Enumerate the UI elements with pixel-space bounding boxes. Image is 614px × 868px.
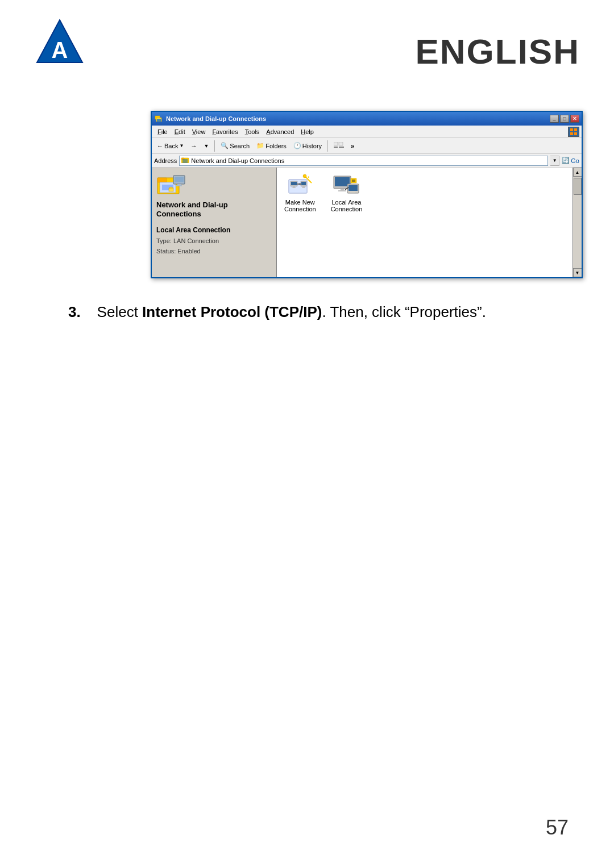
header-area: A ENGLISH — [0, 0, 614, 102]
go-label: Go — [571, 157, 579, 164]
back-label: Back — [164, 143, 178, 149]
menu-view[interactable]: View — [189, 128, 209, 136]
menu-tools[interactable]: Tools — [242, 128, 263, 136]
network-folder-icon — [156, 172, 186, 197]
address-input[interactable]: Network and Dial-up Connections — [179, 156, 548, 166]
panel-status: Status: Enabled — [156, 248, 272, 254]
svg-rect-6 — [574, 128, 577, 131]
logo: A — [34, 17, 85, 68]
toolbar-separator-1 — [214, 140, 215, 152]
toolbar-icon-right — [568, 127, 579, 137]
svg-rect-30 — [293, 186, 295, 187]
menu-edit[interactable]: Edit — [171, 128, 189, 136]
more-button[interactable]: » — [348, 141, 357, 151]
svg-rect-37 — [302, 187, 305, 188]
window-title: Network and Dial-up Connections — [166, 115, 266, 122]
svg-rect-7 — [570, 132, 573, 135]
brand-title: ENGLISH — [415, 31, 580, 72]
instruction-bold-text: Internet Protocol (TCP/IP) — [142, 303, 322, 320]
svg-rect-15 — [182, 159, 188, 163]
panel-title: Network and Dial-up Connections — [156, 201, 272, 218]
close-button[interactable]: ✕ — [570, 115, 579, 123]
toolbar-extra[interactable] — [331, 141, 347, 151]
go-button[interactable]: 🔄 Go — [562, 157, 579, 164]
minimize-button[interactable]: _ — [550, 115, 559, 123]
svg-rect-21 — [175, 177, 184, 182]
up-button[interactable]: ▼ — [201, 142, 211, 150]
toolbar-extra-icon — [334, 142, 344, 150]
menu-favorites[interactable]: Favorites — [209, 128, 241, 136]
toolbar: ← Back ▼ → ▼ 🔍 Search 📁 Folders 🕐 Histor… — [152, 138, 582, 154]
history-icon: 🕐 — [293, 142, 301, 149]
scroll-up-arrow[interactable]: ▲ — [573, 168, 582, 177]
panel-subtitle: Local Area Connection — [156, 226, 272, 234]
scroll-thumb[interactable] — [574, 178, 582, 195]
svg-rect-4 — [157, 119, 161, 122]
svg-rect-17 — [157, 178, 167, 182]
local-area-connection-icon[interactable]: Local AreaConnection — [328, 172, 366, 215]
vertical-scrollbar[interactable]: ▲ ▼ — [572, 168, 582, 277]
svg-rect-5 — [570, 128, 573, 131]
search-icon: 🔍 — [221, 142, 229, 149]
svg-rect-23 — [176, 185, 182, 186]
search-button[interactable]: 🔍 Search — [218, 141, 252, 151]
svg-rect-29 — [291, 182, 297, 185]
back-arrow-icon: ← — [157, 143, 163, 149]
title-left: Network and Dial-up Connections — [154, 114, 266, 123]
history-button[interactable]: 🕐 History — [291, 141, 325, 151]
title-buttons: _ □ ✕ — [550, 115, 579, 123]
svg-rect-50 — [351, 178, 356, 183]
back-dropdown-icon: ▼ — [179, 143, 184, 148]
folders-icon: 📁 — [256, 142, 264, 149]
panel-type: Type: LAN Connection — [156, 237, 272, 244]
svg-rect-48 — [350, 192, 355, 193]
instruction-area: 3. Select Internet Protocol (TCP/IP). Th… — [68, 301, 546, 323]
page-number: 57 — [546, 816, 569, 840]
right-panel: ✦ Make NewConnection — [277, 168, 582, 277]
window-icon — [154, 114, 163, 123]
toolbar-separator-2 — [327, 140, 328, 152]
svg-rect-35 — [301, 182, 306, 185]
svg-text:✦: ✦ — [307, 176, 310, 179]
forward-arrow-icon: → — [190, 143, 197, 149]
make-new-connection-icon[interactable]: ✦ Make NewConnection — [281, 172, 319, 215]
menubar: File Edit View Favorites Tools Advanced … — [152, 126, 582, 138]
network-connections-window: Network and Dial-up Connections _ □ ✕ Fi… — [151, 111, 583, 278]
svg-rect-10 — [339, 142, 343, 145]
address-dropdown-button[interactable]: ▼ — [550, 156, 559, 166]
folders-label: Folders — [265, 143, 287, 149]
svg-text:A: A — [52, 37, 68, 62]
local-area-connection-svg — [333, 174, 360, 197]
svg-rect-44 — [338, 190, 346, 191]
svg-rect-9 — [334, 142, 338, 145]
address-label: Address — [154, 157, 177, 164]
svg-rect-47 — [351, 191, 354, 192]
make-new-connection-label: Make NewConnection — [283, 198, 317, 213]
history-label: History — [302, 143, 322, 149]
folders-button[interactable]: 📁 Folders — [254, 141, 289, 151]
instruction-text-before: Select — [97, 303, 143, 320]
panel-icon-row — [156, 172, 272, 197]
titlebar: Network and Dial-up Connections _ □ ✕ — [152, 112, 582, 126]
address-folder-icon — [181, 156, 189, 165]
instruction-paragraph: 3. Select Internet Protocol (TCP/IP). Th… — [68, 301, 546, 323]
svg-rect-31 — [292, 187, 296, 188]
make-new-connection-svg: ✦ — [287, 174, 314, 197]
forward-button[interactable]: → — [188, 141, 200, 151]
svg-rect-46 — [349, 185, 358, 191]
svg-rect-24 — [169, 188, 173, 191]
menu-help[interactable]: Help — [297, 128, 317, 136]
instruction-text-after: . Then, click “Properties”. — [322, 303, 486, 320]
left-panel: Network and Dial-up Connections Local Ar… — [152, 168, 277, 277]
back-button[interactable]: ← Back ▼ — [154, 141, 186, 151]
instruction-number: 3. — [68, 303, 81, 320]
svg-rect-8 — [574, 132, 577, 135]
menu-advanced[interactable]: Advanced — [263, 128, 297, 136]
go-arrow-icon: 🔄 — [562, 157, 570, 164]
svg-point-39 — [303, 174, 306, 178]
local-area-connection-label: Local AreaConnection — [330, 198, 364, 213]
maximize-button[interactable]: □ — [560, 115, 569, 123]
menu-file[interactable]: File — [154, 128, 171, 136]
content-area: Network and Dial-up Connections Local Ar… — [152, 168, 582, 277]
scroll-down-arrow[interactable]: ▼ — [573, 268, 582, 277]
